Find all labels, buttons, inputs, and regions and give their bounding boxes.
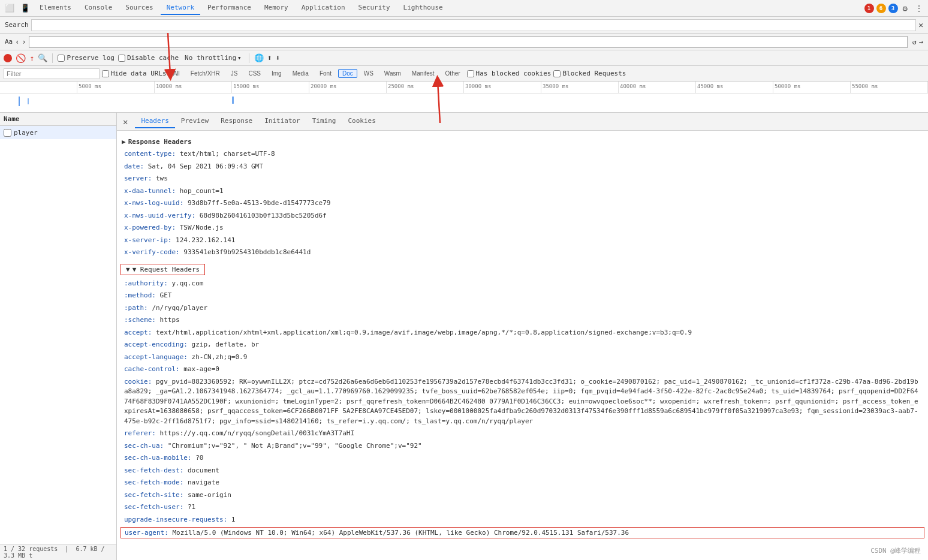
blocked-requests-checkbox[interactable]	[553, 70, 561, 77]
tab-network[interactable]: Network	[161, 1, 200, 15]
tick-11: 55000 ms	[851, 82, 928, 93]
request-item-checkbox[interactable]	[4, 129, 11, 137]
filter-btn-ws[interactable]: WS	[360, 69, 378, 78]
disable-cache-label[interactable]: Disable cache	[118, 54, 179, 62]
filter-btn-font[interactable]: Font	[315, 69, 336, 78]
disable-cache-checkbox[interactable]	[118, 55, 125, 62]
hide-data-urls-label[interactable]: Hide data URLs	[102, 70, 167, 77]
filter-btn-all[interactable]: All	[169, 69, 184, 78]
has-blocked-cookies-checkbox[interactable]	[467, 70, 474, 77]
search-input[interactable]	[31, 19, 916, 31]
request-item-player[interactable]: player	[0, 126, 116, 139]
filter-btn-doc[interactable]: Doc	[338, 69, 357, 78]
url-forward-icon[interactable]: →	[919, 38, 923, 46]
left-panel: Name player 1 / 32 requests | 6.7 kB / 3…	[0, 113, 117, 560]
header-x-verify-code: x-verify-code: 933541eb3f9b9254310bddb1c…	[117, 246, 928, 259]
tick-9: 45000 ms	[696, 82, 773, 93]
font-size-aa-icon[interactable]: Aa	[5, 38, 13, 46]
tick-10: 50000 ms	[773, 82, 851, 93]
request-headers-arrow-icon: ▼	[126, 266, 130, 273]
search-icon[interactable]: 🔍	[38, 53, 47, 62]
hide-data-urls-text: Hide data URLs	[111, 70, 167, 77]
main-area: Name player 1 / 32 requests | 6.7 kB / 3…	[0, 113, 928, 560]
detail-tabs: ✕ Headers Preview Response Initiator Tim…	[117, 113, 928, 131]
tab-performance[interactable]: Performance	[201, 1, 257, 15]
separator-1	[52, 53, 53, 63]
more-icon[interactable]: ⋮	[912, 4, 926, 13]
filter-btn-other[interactable]: Other	[441, 69, 465, 78]
tick-6: 30000 ms	[464, 82, 541, 93]
has-blocked-cookies-label[interactable]: Has blocked cookies	[467, 70, 552, 77]
url-arrow-right[interactable]: ›	[22, 38, 26, 46]
detail-tab-response[interactable]: Response	[215, 115, 258, 128]
status-bar: 1 / 32 requests | 6.7 kB / 3.3 MB t	[0, 544, 116, 560]
throttling-text: No throttling	[185, 54, 236, 62]
close-detail-btn[interactable]: ✕	[119, 116, 131, 128]
tick-1: 5000 ms	[77, 82, 155, 93]
filter-btn-wasm[interactable]: Wasm	[380, 69, 405, 78]
response-headers-title[interactable]: ▶ Response Headers	[117, 136, 928, 148]
req-header-sec-fetch-site: sec-fetch-site: same-origin	[117, 489, 928, 502]
filter-btn-css[interactable]: CSS	[244, 69, 265, 78]
preserve-log-label[interactable]: Preserve log	[58, 54, 114, 62]
req-header-method: :method: GET	[117, 290, 928, 302]
throttling-arrow-icon: ▾	[237, 54, 242, 62]
req-header-path: :path: /n/ryqq/player	[117, 302, 928, 315]
req-header-cookie: cookie: pgv_pvid=8823360592; RK=oywwnILL…	[117, 376, 928, 428]
tick-4: 20000 ms	[309, 82, 387, 93]
tab-security[interactable]: Security	[352, 1, 396, 15]
header-x-nws-log-uuid: x-nws-log-uuid: 93d8b7ff-5e0a-4513-9bde-…	[117, 197, 928, 210]
tab-lighthouse[interactable]: Lighthouse	[397, 1, 449, 15]
throttling-dropdown[interactable]: No throttling ▾	[182, 53, 244, 63]
tick-2: 10000 ms	[155, 82, 232, 93]
hide-data-urls-checkbox[interactable]	[102, 70, 109, 77]
import-icon[interactable]: ⬆	[267, 53, 272, 62]
filter-btn-manifest[interactable]: Manifest	[408, 69, 439, 78]
filter-btn-img[interactable]: Img	[267, 69, 286, 78]
tab-console[interactable]: Console	[79, 1, 118, 15]
url-refresh-icon[interactable]: ↺	[912, 38, 917, 46]
export-icon[interactable]: ⬇	[276, 53, 281, 62]
tick-0	[0, 82, 77, 93]
devtools-icon-mobile[interactable]: 📱	[18, 4, 32, 13]
url-arrow-left[interactable]: ‹	[15, 38, 19, 46]
req-header-upgrade: upgrade-insecure-requests: 1	[117, 514, 928, 526]
detail-tab-cookies[interactable]: Cookies	[342, 115, 382, 128]
tab-memory[interactable]: Memory	[258, 1, 294, 15]
network-conditions-icon[interactable]: 🌐	[254, 53, 264, 62]
filter-btn-media[interactable]: Media	[288, 69, 313, 78]
blocked-requests-label[interactable]: Blocked Requests	[553, 70, 626, 77]
detail-tab-headers[interactable]: Headers	[135, 115, 174, 128]
network-toolbar: 🚫 ↑ 🔍 Preserve log Disable cache No thro…	[0, 50, 928, 66]
settings-icon[interactable]: ⚙	[900, 4, 910, 13]
url-input[interactable]: 5f2ac73a5d1a4e42a	[29, 36, 908, 48]
devtools-icon-select[interactable]: ⬜	[2, 4, 17, 13]
req-header-accept: accept: text/html,application/xhtml+xml,…	[117, 327, 928, 339]
search-bar: Search ✕	[0, 17, 928, 34]
filter-btn-fetch-xhr[interactable]: Fetch/XHR	[186, 69, 224, 78]
fetch-icon[interactable]: ↑	[29, 53, 34, 63]
request-headers-title-boxed[interactable]: ▼ ▼ Request Headers	[120, 264, 205, 275]
preserve-log-text: Preserve log	[67, 54, 114, 62]
header-x-nws-uuid-verify: x-nws-uuid-verify: 68d98b260416103b0f133…	[117, 210, 928, 222]
detail-tab-timing[interactable]: Timing	[306, 115, 342, 128]
detail-tab-preview[interactable]: Preview	[175, 115, 215, 128]
req-header-user-agent-highlighted: user-agent: Mozilla/5.0 (Windows NT 10.0…	[120, 527, 924, 538]
tab-sources[interactable]: Sources	[119, 1, 159, 15]
timeline-ruler: 5000 ms 10000 ms 15000 ms 20000 ms 25000…	[0, 82, 928, 94]
status-requests: 1 / 32 requests	[4, 546, 58, 552]
req-header-sec-fetch-user: sec-fetch-user: ?1	[117, 501, 928, 514]
filter-toolbar: Hide data URLs All Fetch/XHR JS CSS Img …	[0, 66, 928, 82]
preserve-log-checkbox[interactable]	[58, 55, 65, 62]
filter-input[interactable]	[4, 68, 100, 79]
tab-elements[interactable]: Elements	[34, 1, 77, 15]
filter-btn-js[interactable]: JS	[227, 69, 242, 78]
req-header-authority: :authority: y.qq.com	[117, 278, 928, 290]
clear-icon[interactable]: 🚫	[16, 53, 26, 63]
search-close-icon[interactable]: ✕	[918, 20, 923, 29]
tab-application[interactable]: Application	[296, 1, 351, 15]
response-headers-arrow: ▶	[122, 138, 126, 146]
detail-tab-initiator[interactable]: Initiator	[258, 115, 306, 128]
disable-cache-text: Disable cache	[127, 54, 179, 62]
record-icon[interactable]	[4, 54, 12, 62]
